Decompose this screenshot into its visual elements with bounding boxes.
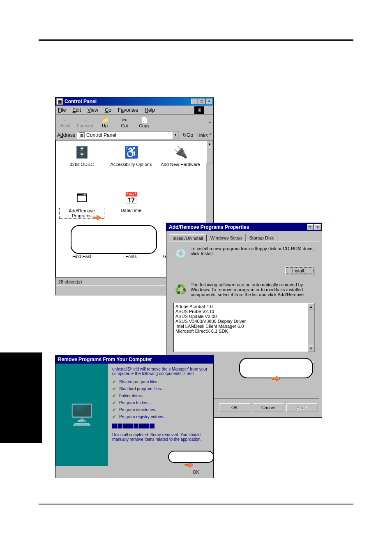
menu-edit[interactable]: Edit <box>72 107 81 113</box>
callout-bubble-1 <box>71 225 157 254</box>
menu-favorites[interactable]: Favorites <box>118 107 138 113</box>
checkmark-icon: ✔ <box>112 407 116 412</box>
computer-art-icon: 🖥️ <box>63 386 100 444</box>
item-date-time[interactable]: 📅 Date/Time <box>108 190 154 213</box>
install-section: 💿 To install a new program from a floppy… <box>173 246 315 261</box>
address-label: Address <box>57 132 75 138</box>
page-rule-bottom <box>39 504 353 504</box>
hardware-icon: 🔌 <box>171 144 190 160</box>
uis-art-panel: 🖥️ <box>55 364 108 466</box>
cut-icon: ✂ <box>120 117 129 123</box>
check-item: ✔Folder items... <box>112 393 209 398</box>
remove-section: ♻️ The following software can be automat… <box>173 282 315 297</box>
forward-arrow-icon: → <box>81 117 89 123</box>
tab-install-uninstall[interactable]: Install/Uninstall <box>169 234 207 242</box>
minimize-button[interactable]: _ <box>191 99 198 104</box>
toolbar-up[interactable]: 📁 Up <box>95 117 115 128</box>
check-item: ✔Program registry entries... <box>112 414 209 419</box>
control-panel-icon: ▦ <box>56 98 63 105</box>
ar-close-button[interactable]: × <box>314 224 321 230</box>
apply-button[interactable]: Apply <box>286 403 318 412</box>
menu-file[interactable]: File <box>58 107 66 113</box>
datetime-icon: 📅 <box>121 190 141 206</box>
ar-titlebar[interactable]: Add/Remove Programs Properties ? × <box>166 223 322 231</box>
menu-help[interactable]: Help <box>145 107 155 113</box>
install-icon: 💿 <box>173 246 188 261</box>
menu-go[interactable]: Go <box>105 107 111 113</box>
install-button[interactable]: Install... <box>285 267 315 275</box>
list-item[interactable]: ASUS Update V2.00 <box>175 314 314 319</box>
pointer-hand-icon-3 <box>183 459 195 469</box>
list-scrollbar[interactable]: ▲ ▼ <box>308 303 314 352</box>
dropdown-button[interactable]: ▼ <box>172 131 179 139</box>
recycle-icon: ♻️ <box>173 282 188 297</box>
page-rule-top <box>39 39 353 41</box>
maximize-button[interactable]: □ <box>198 99 205 104</box>
list-scroll-down[interactable]: ▼ <box>308 345 314 352</box>
checkmark-icon: ✔ <box>112 400 116 405</box>
pointer-hand-icon <box>91 212 103 222</box>
go-button[interactable]: ↻ Go <box>182 132 193 138</box>
windows-logo-icon: ⊞ <box>194 106 204 114</box>
links-button[interactable]: Links » <box>196 131 212 138</box>
list-item[interactable]: Adobe Acrobat 4.0 <box>175 304 314 309</box>
ar-tabstrip: Install/Uninstall Windows Setup Startup … <box>166 231 322 242</box>
uis-titlebar[interactable]: Remove Programs From Your Computer <box>55 355 213 364</box>
checkmark-icon: ✔ <box>112 386 116 391</box>
scroll-up-button[interactable]: ▲ <box>206 140 213 147</box>
item-accessibility[interactable]: ♿ Accessibility Options <box>108 144 154 167</box>
pointer-hand-icon-2 <box>270 373 282 383</box>
toolbar-overflow[interactable]: » <box>208 120 211 124</box>
toolbar-back[interactable]: ← Back <box>55 117 75 128</box>
page-black-tab <box>0 352 42 443</box>
list-item[interactable]: ASUS Probe V2.10 <box>175 309 314 314</box>
menu-view[interactable]: View <box>88 107 98 113</box>
back-arrow-icon: ← <box>61 117 69 123</box>
address-dropdown[interactable]: ▦ Control Panel ▼ <box>77 131 179 139</box>
check-item: ✔Program directories... <box>112 407 209 412</box>
close-button[interactable]: × <box>206 99 212 104</box>
up-folder-icon: 📁 <box>101 117 109 123</box>
ok-button[interactable]: OK <box>219 403 250 412</box>
scroll-thumb[interactable] <box>206 147 213 164</box>
tab-startup-disk[interactable]: Startup Disk <box>245 234 277 242</box>
add-remove-icon: 🗔 <box>72 190 92 206</box>
checkmark-icon: ✔ <box>112 393 116 398</box>
accessibility-icon: ♿ <box>121 144 141 160</box>
check-item: ✔Program folders... <box>112 400 209 405</box>
cp-title: Control Panel <box>65 99 190 104</box>
toolbar-cut[interactable]: ✂ Cut <box>115 117 134 128</box>
item-32bit-odbc[interactable]: 🗄️ 32bit ODBC <box>59 144 104 167</box>
checkmark-icon: ✔ <box>112 414 116 419</box>
checkmark-icon: ✔ <box>112 379 116 385</box>
uis-title: Remove Programs From Your Computer <box>56 357 212 362</box>
copy-icon: 📄 <box>140 117 148 123</box>
check-item: ✔Shared program files... <box>112 379 209 385</box>
odbc-icon: 🗄️ <box>72 144 92 160</box>
help-button[interactable]: ? <box>307 224 314 230</box>
control-panel-small-icon: ▦ <box>79 132 85 138</box>
list-item[interactable]: ASUS V3400/V3800 Display Driver <box>175 319 314 324</box>
check-item: ✔Standard program files... <box>112 386 209 391</box>
item-add-hardware[interactable]: 🔌 Add New Hardware <box>158 144 203 167</box>
cp-menubar: File Edit View Go Favorites Help ⊞ <box>55 106 213 115</box>
cp-titlebar[interactable]: ▦ Control Panel _ □ × <box>55 97 213 106</box>
toolbar-copy[interactable]: 📄 Copy <box>134 117 154 128</box>
cancel-button[interactable]: Cancel <box>253 403 284 412</box>
toolbar-forward[interactable]: → Forward <box>75 117 95 128</box>
list-item[interactable]: Intel LANDesk Client Manager 6.0 <box>175 324 314 329</box>
list-item[interactable]: Microsoft DirectX 6.1 SDK <box>175 329 314 334</box>
ar-title: Add/Remove Programs Properties <box>167 224 306 230</box>
cp-toolbar: ← Back → Forward 📁 Up ✂ Cut 📄 Copy » <box>55 115 213 130</box>
tab-windows-setup[interactable]: Windows Setup <box>207 234 245 242</box>
cp-addressbar: Address ▦ Control Panel ▼ ↻ Go Links » <box>55 130 213 140</box>
programs-listbox[interactable]: Adobe Acrobat 4.0 ASUS Probe V2.10 ASUS … <box>173 303 315 352</box>
list-scroll-up[interactable]: ▲ <box>308 303 314 310</box>
progress-bar <box>112 424 209 428</box>
